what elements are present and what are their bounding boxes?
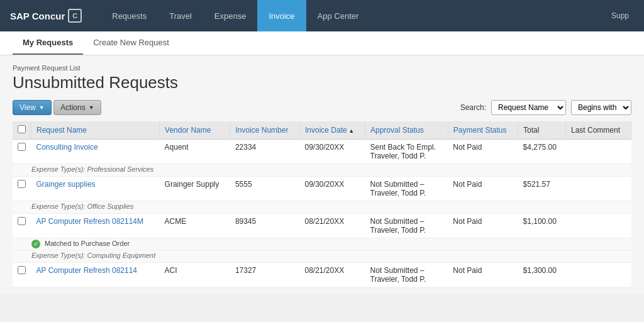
row2-invoice-date: 09/30/20XX [299, 177, 365, 201]
row1-expense-type: Expense Type(s): Professional Services [13, 164, 631, 177]
brand-logo: SAP Concur C [10, 9, 82, 23]
search-filter-select[interactable]: Begins with Contains Equals [571, 100, 631, 115]
table-row: Grainger supplies Grainger Supply 5555 0… [13, 177, 631, 201]
row4-request-name[interactable]: AP Computer Refresh 082114 [31, 263, 160, 287]
row2-checkbox-cell [13, 177, 31, 201]
row2-expense-type-row: Expense Type(s): Office Supplies [13, 201, 631, 214]
subnav-create-new-request[interactable]: Create New Request [83, 31, 179, 55]
row1-checkbox-cell [13, 140, 31, 164]
row2-checkbox[interactable] [18, 180, 26, 188]
row3-match-row: ✓ Matched to Purchase Order [13, 238, 631, 250]
actions-arrow-icon: ▼ [89, 104, 94, 111]
row4-vendor-name: ACI [160, 263, 230, 287]
row3-checkbox[interactable] [18, 217, 26, 225]
search-field-select[interactable]: Request Name Vendor Name Invoice Number [491, 100, 566, 115]
table-row: AP Computer Refresh 082114 ACI 17327 08/… [13, 263, 631, 287]
view-arrow-icon: ▼ [39, 104, 45, 111]
row2-approval-status: Not Submitted – Traveler, Todd P. [365, 177, 448, 201]
row1-approval-status: Sent Back To Empl. Traveler, Todd P. [365, 140, 448, 164]
row1-expense-type-row: Expense Type(s): Professional Services [13, 164, 631, 177]
row3-last-comment [565, 214, 631, 238]
header-checkbox [13, 121, 31, 140]
page-content: Payment Request List Unsubmitted Request… [0, 55, 644, 294]
row1-invoice-date: 09/30/20XX [299, 140, 365, 164]
row3-checkbox-cell [13, 214, 31, 238]
row4-approval-status: Not Submitted – Traveler, Todd P. [365, 263, 448, 287]
row3-expense-type-row: Expense Type(s): Computing Equipment [13, 250, 631, 263]
header-invoice-number[interactable]: Invoice Number [230, 121, 300, 140]
row3-expense-type: Expense Type(s): Computing Equipment [13, 250, 631, 263]
nav-travel[interactable]: Travel [158, 0, 203, 31]
row4-invoice-number: 17327 [230, 263, 300, 287]
nav-app-center[interactable]: App Center [306, 0, 370, 31]
row2-payment-status: Not Paid [448, 177, 518, 201]
top-navigation: SAP Concur C Requests Travel Expense Inv… [0, 0, 644, 31]
row4-payment-status: Not Paid [448, 263, 518, 287]
brand-icon: C [68, 9, 82, 23]
search-label: Search: [460, 103, 486, 112]
actions-button[interactable]: Actions ▼ [53, 100, 101, 115]
breadcrumb: Payment Request List [13, 64, 631, 72]
table-body: Consulting Invoice Aquent 22334 09/30/20… [13, 140, 631, 287]
row1-request-name[interactable]: Consulting Invoice [31, 140, 160, 164]
header-total: Total [518, 121, 566, 140]
row4-checkbox-cell [13, 263, 31, 287]
header-approval-status[interactable]: Approval Status [365, 121, 448, 140]
row3-payment-status: Not Paid [448, 214, 518, 238]
header-last-comment: Last Comment [565, 121, 631, 140]
row4-total: $1,300.00 [518, 263, 566, 287]
header-payment-status[interactable]: Payment Status [448, 121, 518, 140]
header-vendor-name[interactable]: Vendor Name [160, 121, 230, 140]
nav-top-right: Supp [611, 11, 634, 20]
row2-expense-type: Expense Type(s): Office Supplies [13, 201, 631, 214]
row1-total: $4,275.00 [518, 140, 566, 164]
table-header-row: Request Name Vendor Name Invoice Number … [13, 121, 631, 140]
row3-request-name[interactable]: AP Computer Refresh 082114M [31, 214, 160, 238]
row4-invoice-date: 08/21/20XX [299, 263, 365, 287]
subnav-my-requests[interactable]: My Requests [13, 31, 83, 55]
row2-vendor-name: Grainger Supply [160, 177, 230, 201]
toolbar: View ▼ Actions ▼ Search: Request Name Ve… [13, 100, 631, 115]
select-all-checkbox[interactable] [18, 125, 26, 133]
row1-last-comment [565, 140, 631, 164]
row1-checkbox[interactable] [18, 143, 26, 151]
nav-invoice[interactable]: Invoice [257, 0, 306, 31]
row4-checkbox[interactable] [18, 266, 26, 274]
view-button[interactable]: View ▼ [13, 100, 52, 115]
nav-requests[interactable]: Requests [101, 0, 158, 31]
row2-total: $521.57 [518, 177, 566, 201]
row1-invoice-number: 22334 [230, 140, 300, 164]
toolbar-right: Search: Request Name Vendor Name Invoice… [460, 100, 631, 115]
header-invoice-date[interactable]: Invoice Date [299, 121, 365, 140]
page-title: Unsubmitted Requests [13, 73, 631, 92]
nav-items: Requests Travel Expense Invoice App Cent… [101, 0, 611, 31]
row3-invoice-date: 08/21/20XX [299, 214, 365, 238]
row3-total: $1,100.00 [518, 214, 566, 238]
header-request-name[interactable]: Request Name [31, 121, 160, 140]
row3-match-info: ✓ Matched to Purchase Order [13, 238, 631, 250]
brand-name: SAP Concur [10, 11, 65, 21]
row3-invoice-number: 89345 [230, 214, 300, 238]
table-row: Consulting Invoice Aquent 22334 09/30/20… [13, 140, 631, 164]
row1-vendor-name: Aquent [160, 140, 230, 164]
row2-invoice-number: 5555 [230, 177, 300, 201]
row4-last-comment [565, 263, 631, 287]
row2-last-comment [565, 177, 631, 201]
row1-payment-status: Not Paid [448, 140, 518, 164]
request-table: Request Name Vendor Name Invoice Number … [13, 121, 631, 287]
row3-approval-status: Not Submitted – Traveler, Todd P. [365, 214, 448, 238]
row3-vendor-name: ACME [160, 214, 230, 238]
match-checkmark-icon: ✓ [31, 240, 40, 248]
row2-request-name[interactable]: Grainger supplies [31, 177, 160, 201]
sub-navigation: My Requests Create New Request [0, 31, 644, 55]
table-row: AP Computer Refresh 082114M ACME 89345 0… [13, 214, 631, 238]
nav-expense[interactable]: Expense [203, 0, 258, 31]
